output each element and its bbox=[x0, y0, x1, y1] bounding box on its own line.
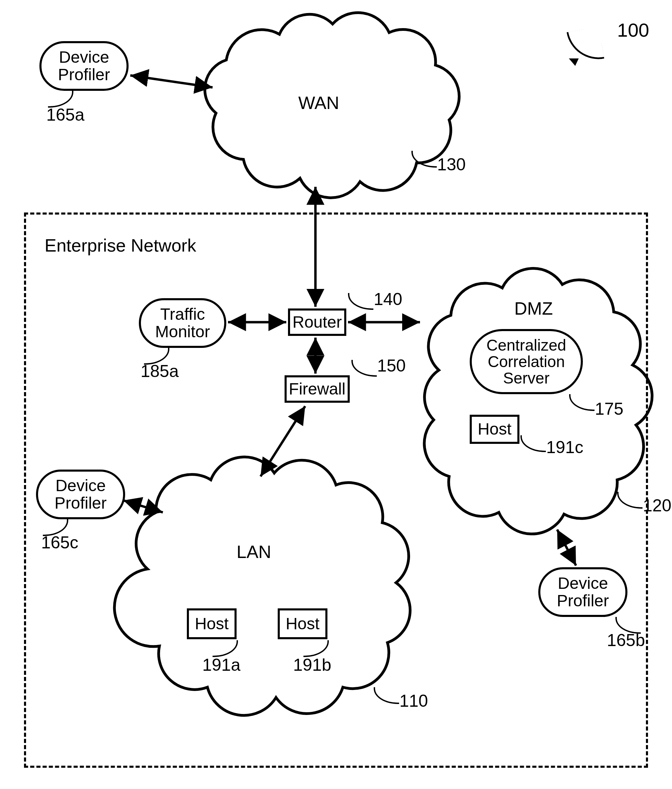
host-191a: Host bbox=[187, 609, 237, 639]
traffic-monitor-label: Traffic Monitor bbox=[155, 306, 210, 340]
wan-cloud-label: WAN bbox=[298, 93, 339, 113]
figure-stage: 100 bbox=[0, 0, 672, 789]
link-profiler-a-wan bbox=[130, 75, 213, 88]
ref-110: 110 bbox=[399, 692, 428, 709]
device-profiler-165a: Device Profiler bbox=[40, 41, 129, 91]
host-191c: Host bbox=[470, 415, 520, 444]
enterprise-title: Enterprise Network bbox=[45, 236, 196, 254]
router: Router bbox=[288, 308, 346, 336]
host-191b-label: Host bbox=[286, 615, 320, 632]
ref-191b: 191b bbox=[293, 656, 331, 674]
router-label: Router bbox=[293, 314, 342, 331]
dmz-cloud-label: DMZ bbox=[514, 298, 553, 319]
ref-165b: 165b bbox=[607, 632, 645, 649]
device-profiler-165c-label: Device Profiler bbox=[54, 477, 107, 512]
ref-185a: 185a bbox=[141, 363, 179, 380]
ref-130: 130 bbox=[437, 156, 466, 173]
host-191a-label: Host bbox=[195, 615, 229, 632]
ref-165c: 165c bbox=[41, 534, 78, 551]
firewall-label: Firewall bbox=[289, 380, 345, 398]
ref-165a: 165a bbox=[46, 106, 84, 123]
ref-191a: 191a bbox=[202, 656, 240, 674]
device-profiler-165b: Device Profiler bbox=[538, 567, 627, 617]
ccs-label: Centralized Correlation Server bbox=[486, 337, 566, 387]
firewall: Firewall bbox=[285, 375, 350, 403]
lan-cloud-label: LAN bbox=[237, 541, 271, 562]
ref-175: 175 bbox=[595, 400, 623, 417]
host-191b: Host bbox=[278, 609, 328, 639]
ref-191c: 191c bbox=[546, 439, 583, 456]
ref-120: 120 bbox=[643, 497, 671, 514]
host-191c-label: Host bbox=[478, 420, 512, 438]
traffic-monitor: Traffic Monitor bbox=[139, 298, 226, 348]
ref-140: 140 bbox=[374, 291, 402, 308]
device-profiler-165b-label: Device Profiler bbox=[557, 575, 609, 609]
centralized-correlation-server: Centralized Correlation Server bbox=[470, 329, 583, 394]
ref-150: 150 bbox=[377, 357, 406, 374]
device-profiler-165c: Device Profiler bbox=[36, 470, 125, 519]
device-profiler-165a-label: Device Profiler bbox=[58, 49, 110, 83]
